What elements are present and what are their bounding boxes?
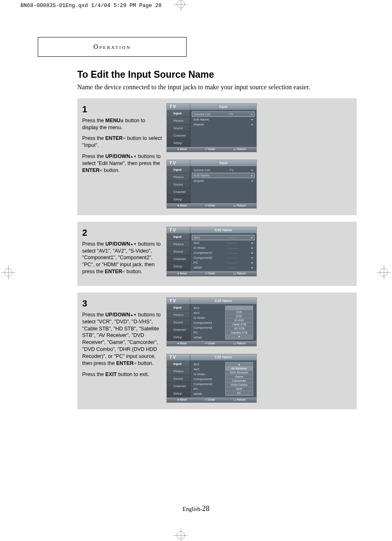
step-text: Press the UP/DOWN▲▼ buttons to select "A…	[82, 241, 162, 275]
osd-main: Source List: TV▸ Edit Name▸ Anynet▸	[190, 110, 256, 147]
osd-main: Source List: TV▸ Edit Name▸ Anynet▸	[190, 166, 256, 203]
step-2: 2 Press the UP/DOWN▲▼ buttons to select …	[77, 222, 357, 286]
registration-mark-icon	[4, 268, 12, 276]
section-heading: Operation	[93, 43, 131, 51]
print-job-header: BN68-00883S-01Eng.qxd 1/4/04 5:29 PM Pag…	[21, 2, 161, 9]
osd-title: Edit Name	[190, 298, 256, 304]
osd-sidebar: Input Picture Sound Channel Setup	[167, 233, 190, 271]
section-heading-box: Operation	[38, 37, 187, 57]
osd-dropdown: ▲ AV Receiver DVD Receiver Game Camcorde…	[225, 362, 253, 396]
osd-logo: T V	[167, 104, 190, 110]
menu-icon: ▥	[120, 119, 124, 123]
osd-title: Edit Name	[190, 227, 256, 233]
osd-screenshot-input-editname: T V Input Input Picture Sound Channel Se…	[166, 160, 257, 209]
intro-text: Name the device connected to the input j…	[77, 84, 357, 91]
registration-mark-icon	[380, 268, 388, 276]
osd-footer: ♦ Move ⏎ Enter ▭ Return	[167, 147, 256, 152]
osd-dropdown: - - - - VCR DVD D-VHS Cable STB HD STB S…	[225, 306, 253, 339]
registration-mark-icon	[177, 531, 185, 539]
osd-title: Input	[190, 104, 256, 110]
osd-sidebar: Input Picture Sound Channel Setup	[167, 166, 190, 203]
page-title: To Edit the Input Source Name	[77, 69, 357, 80]
chevron-down-icon: ▼	[226, 335, 253, 339]
updown-icon: ▲▼	[130, 313, 137, 317]
step-text: Press the ENTER⏎ button to select "Input…	[82, 135, 162, 149]
osd-title: Input	[190, 160, 256, 166]
step-3: 3 Press the UP/DOWN▲▼ buttons to select …	[77, 293, 357, 409]
osd-main: AV1 AV2 S-Video Component1 Component2 PC…	[190, 360, 256, 397]
osd-sidebar: Input Picture Sound Channel Setup	[167, 360, 190, 397]
osd-footer: ♦ Move ⏎ Enter ▭ Return	[167, 397, 256, 402]
osd-logo: T V	[167, 227, 190, 233]
updown-icon: ▲▼	[130, 155, 137, 158]
step-text: Press the EXIT button to exit.	[82, 371, 162, 378]
step-text: Press the MENU▥ button to display the me…	[82, 117, 162, 131]
osd-sidebar: Input Picture Sound Channel Setup	[167, 304, 190, 341]
osd-main: AV1: - - - -▸ AV2: - - - -▸ S-Video: - -…	[190, 233, 256, 271]
step-number: 2	[82, 227, 162, 239]
osd-screenshot-editname-dropdown-2: T V Edit Name Input Picture Sound Channe…	[166, 354, 257, 403]
step-text: Press the UP/DOWN▲▼ buttons to select "E…	[82, 153, 162, 174]
osd-logo: T V	[167, 160, 190, 166]
registration-mark-icon	[177, 0, 185, 8]
osd-footer: ♦ Move ⏎ Enter ▭ Return	[167, 271, 256, 276]
osd-logo: T V	[167, 298, 190, 304]
osd-footer: ♦ Move ⏎ Enter ▭ Return	[167, 341, 256, 346]
osd-title: Edit Name	[190, 354, 256, 360]
osd-main: AV1 AV2 S-Video Component1 Component2 PC…	[190, 304, 256, 341]
step-text: Press the UP/DOWN▲▼ buttons to select "V…	[82, 311, 162, 367]
step-number: 3	[82, 297, 162, 310]
osd-screenshot-editname-dropdown-1: T V Edit Name Input Picture Sound Channe…	[166, 297, 257, 346]
enter-icon: ⏎	[123, 137, 126, 140]
osd-logo: T V	[167, 354, 190, 360]
chevron-up-icon: ▲	[226, 362, 253, 367]
osd-screenshot-editname-list: T V Edit Name Input Picture Sound Channe…	[166, 227, 257, 276]
osd-sidebar: Input Picture Sound Channel Setup	[167, 110, 190, 147]
osd-footer: ♦ Move ⏎ Enter ▭ Return	[167, 203, 256, 208]
updown-icon: ▲▼	[130, 242, 137, 246]
step-number: 1	[82, 103, 162, 116]
osd-screenshot-input-source: T V Input Input Picture Sound Channel Se…	[166, 103, 257, 152]
page-footer: English-28	[0, 504, 392, 513]
step-1: 1 Press the MENU▥ button to display the …	[77, 98, 357, 215]
